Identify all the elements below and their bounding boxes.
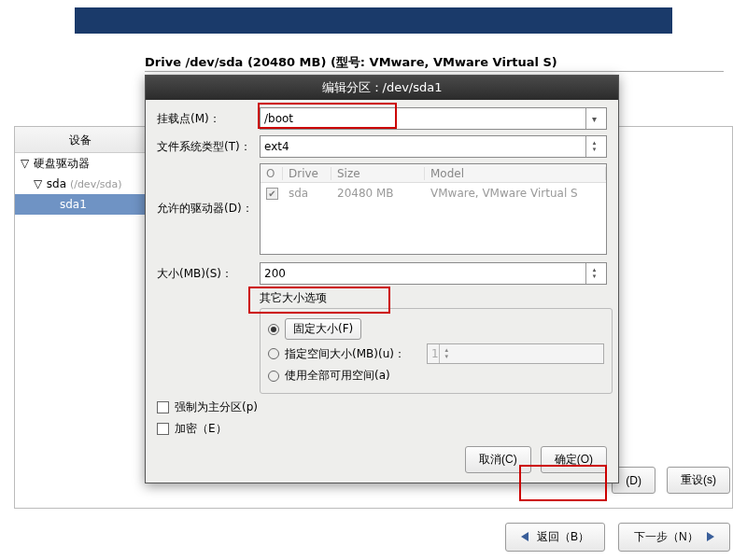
size-spinner[interactable]: 200 ▴▾ (260, 262, 607, 285)
mount-point-value: /boot (264, 112, 585, 125)
wizard-nav-buttons: 返回（B） 下一步（N） (505, 523, 730, 552)
partition-action-buttons: (D) 重设(s) (612, 467, 730, 494)
cancel-button[interactable]: 取消(C) (465, 446, 531, 473)
col-drive: Drive (283, 167, 331, 180)
mount-point-label: 挂载点(M)： (157, 111, 260, 127)
encrypt-label: 加密（E） (175, 421, 227, 437)
force-primary-checkbox[interactable] (157, 401, 169, 413)
next-label: 下一步（N） (634, 530, 698, 543)
fillto-spinner: 1 ▴▾ (427, 343, 604, 364)
cell-model: VMware, VMware Virtual S (425, 187, 606, 200)
reset-button[interactable]: 重设(s) (667, 467, 730, 494)
table-row: ✔ sda 20480 MB VMware, VMware Virtual S (261, 183, 606, 203)
radio-fillto[interactable] (268, 348, 279, 359)
size-label: 大小(MB)(S)： (157, 266, 260, 282)
fstype-value: ext4 (264, 140, 585, 153)
dialog-buttons: 取消(C) 确定(O) (157, 446, 607, 473)
chevron-down-icon[interactable]: ▾ (585, 108, 602, 129)
radio-fixed-label: 固定大小(F) (285, 318, 361, 340)
tree-row-drives-root[interactable]: ▽ 硬盘驱动器 (15, 153, 146, 174)
size-value: 200 (264, 267, 585, 280)
fstype-label: 文件系统类型(T)： (157, 139, 260, 155)
encrypt-row[interactable]: 加密（E） (157, 421, 607, 437)
drives-table-header: O Drive Size Model (261, 164, 606, 183)
ok-button[interactable]: 确定(O) (541, 446, 607, 473)
fstype-select[interactable]: ext4 ▴▾ (260, 135, 607, 158)
allowed-drives-table: O Drive Size Model ✔ sda 20480 MB VMware… (260, 163, 607, 255)
radio-fixed-row[interactable]: 固定大小(F) (268, 318, 604, 340)
back-label: 返回（B） (537, 530, 589, 543)
force-primary-row[interactable]: 强制为主分区(p) (157, 399, 607, 415)
device-column-header[interactable]: 设备 (15, 127, 146, 153)
mount-point-row: 挂载点(M)： /boot ▾ (157, 107, 607, 130)
edit-partition-dialog: 编辑分区：/dev/sda1 挂载点(M)： /boot ▾ 文件系统类型(T)… (145, 75, 619, 483)
cell-size: 20480 MB (331, 187, 425, 200)
device-tree: 设备 ▽ 硬盘驱动器 ▽ sda (/dev/sda) sda1 (15, 127, 146, 508)
allowed-drives-label: 允许的驱动器(D)： (157, 201, 260, 217)
radio-fillall-label: 使用全部可用空间(a) (285, 368, 390, 384)
radio-fillall[interactable] (268, 371, 279, 382)
cell-drive: sda (283, 187, 331, 200)
size-options-group: 固定大小(F) 指定空间大小(MB)(u)： 1 ▴▾ 使用全部可用空间(a) (260, 308, 613, 394)
radio-fixed[interactable] (268, 324, 279, 335)
tree-label: 硬盘驱动器 (34, 157, 90, 170)
drive-summary-label: Drive /dev/sda (20480 MB) (型号: VMware, V… (145, 54, 557, 71)
updown-icon: ▴▾ (439, 344, 454, 363)
tree-label: sda1 (60, 198, 87, 211)
encrypt-checkbox[interactable] (157, 423, 169, 435)
arrow-right-icon (707, 532, 714, 541)
tree-sublabel: (/dev/sda) (70, 178, 122, 190)
allowed-drives-row: 允许的驱动器(D)： O Drive Size Model ✔ sda 2048… (157, 163, 607, 255)
force-primary-label: 强制为主分区(p) (175, 399, 258, 415)
tree-row-partition[interactable]: sda1 (15, 194, 146, 215)
header-banner (75, 7, 672, 34)
updown-icon[interactable]: ▴▾ (585, 136, 602, 157)
fillto-value: 1 (431, 347, 439, 360)
divider (145, 71, 724, 72)
tree-label: sda (47, 177, 66, 190)
col-check: O (261, 167, 283, 180)
col-model: Model (425, 167, 606, 180)
back-button[interactable]: 返回（B） (505, 523, 605, 552)
radio-fillall-row[interactable]: 使用全部可用空间(a) (268, 368, 604, 384)
next-button[interactable]: 下一步（N） (618, 523, 730, 552)
triangle-down-icon: ▽ (21, 153, 30, 174)
size-row: 大小(MB)(S)： 200 ▴▾ (157, 262, 607, 285)
col-size: Size (331, 167, 425, 180)
radio-fillto-label: 指定空间大小(MB)(u)： (285, 346, 405, 362)
fstype-row: 文件系统类型(T)： ext4 ▴▾ (157, 135, 607, 158)
radio-fillto-row[interactable]: 指定空间大小(MB)(u)： 1 ▴▾ (268, 343, 604, 364)
other-size-label: 其它大小选项 (260, 290, 607, 306)
dialog-title: 编辑分区：/dev/sda1 (146, 76, 618, 100)
triangle-down-icon: ▽ (34, 174, 43, 194)
tree-row-disk[interactable]: ▽ sda (/dev/sda) (15, 174, 146, 194)
arrow-left-icon (521, 532, 529, 541)
updown-icon[interactable]: ▴▾ (585, 263, 602, 284)
drive-checkbox: ✔ (266, 188, 278, 200)
mount-point-combobox[interactable]: /boot ▾ (260, 107, 607, 130)
